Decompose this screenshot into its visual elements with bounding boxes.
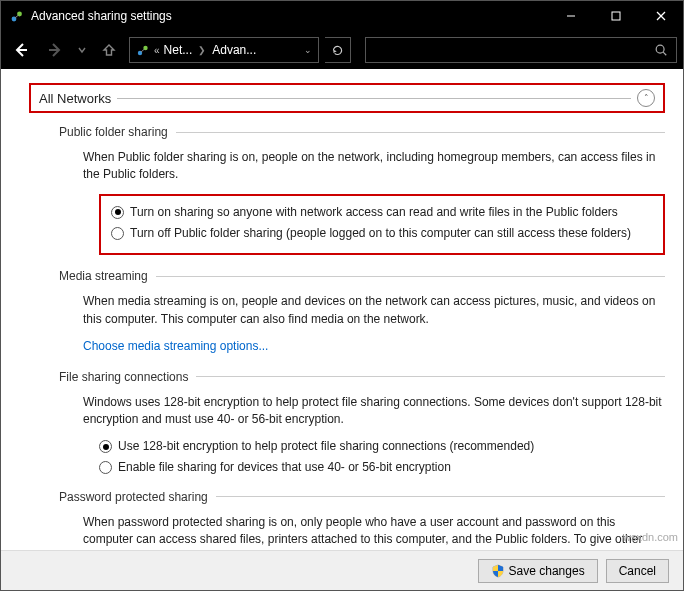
minimize-button[interactable]: [548, 1, 593, 31]
content-panel: All Networks ˄ Public folder sharing Whe…: [1, 69, 683, 550]
radio-encryption-40-56[interactable]: Enable file sharing for devices that use…: [99, 459, 665, 476]
section-media-streaming: Media streaming When media streaming is …: [59, 269, 665, 355]
radio-icon: [111, 206, 124, 219]
window-controls: [548, 1, 683, 31]
chevron-up-icon[interactable]: ˄: [637, 89, 655, 107]
titlebar: Advanced sharing settings: [1, 1, 683, 31]
window-title: Advanced sharing settings: [31, 9, 172, 23]
watermark: wsxdn.com: [623, 531, 678, 543]
svg-line-13: [663, 52, 666, 55]
breadcrumb[interactable]: « Net... ❯ Advan... ⌄: [129, 37, 319, 63]
svg-point-12: [656, 45, 664, 53]
accordion-all-networks[interactable]: All Networks ˄: [29, 83, 665, 113]
file-sharing-options: Use 128-bit encryption to help protect f…: [99, 438, 665, 476]
radio-icon: [111, 227, 124, 240]
svg-line-2: [15, 15, 19, 18]
section-title: File sharing connections: [59, 370, 188, 384]
breadcrumb-part-2[interactable]: Advan...: [212, 43, 256, 57]
breadcrumb-part-1[interactable]: Net...: [164, 43, 193, 57]
nav-back-button[interactable]: [7, 36, 35, 64]
navbar: « Net... ❯ Advan... ⌄: [1, 31, 683, 69]
save-changes-button[interactable]: Save changes: [478, 559, 598, 583]
accordion-title: All Networks: [39, 91, 111, 106]
footer: Save changes Cancel: [1, 550, 683, 590]
window-frame: Advanced sharing settings: [0, 0, 684, 591]
section-description: When Public folder sharing is on, people…: [83, 149, 665, 184]
close-button[interactable]: [638, 1, 683, 31]
svg-line-11: [141, 49, 145, 52]
search-icon: [654, 43, 668, 57]
section-description: Windows uses 128-bit encryption to help …: [83, 394, 665, 429]
nav-up-button[interactable]: [95, 36, 123, 64]
shield-icon: [491, 564, 505, 578]
radio-encryption-128[interactable]: Use 128-bit encryption to help protect f…: [99, 438, 665, 455]
cancel-button[interactable]: Cancel: [606, 559, 669, 583]
section-title: Password protected sharing: [59, 490, 208, 504]
section-password-protected-sharing: Password protected sharing When password…: [59, 490, 665, 550]
nav-recent-button[interactable]: [75, 36, 89, 64]
network-icon: [9, 8, 25, 24]
section-public-folder-sharing: Public folder sharing When Public folder…: [59, 125, 665, 255]
radio-public-sharing-on[interactable]: Turn on sharing so anyone with network a…: [111, 204, 653, 221]
section-description: When password protected sharing is on, o…: [83, 514, 665, 550]
public-folder-options: Turn on sharing so anyone with network a…: [99, 194, 665, 256]
radio-public-sharing-off[interactable]: Turn off Public folder sharing (people l…: [111, 225, 653, 242]
section-file-sharing-connections: File sharing connections Windows uses 12…: [59, 370, 665, 476]
section-description: When media streaming is on, people and d…: [83, 293, 665, 328]
radio-icon: [99, 461, 112, 474]
radio-icon: [99, 440, 112, 453]
media-streaming-options-link[interactable]: Choose media streaming options...: [83, 339, 268, 353]
search-input[interactable]: [365, 37, 677, 63]
chevron-right-icon: ❯: [198, 45, 206, 55]
maximize-button[interactable]: [593, 1, 638, 31]
nav-forward-button[interactable]: [41, 36, 69, 64]
network-icon: [136, 43, 150, 57]
chevron-down-icon[interactable]: ⌄: [304, 45, 312, 55]
section-title: Public folder sharing: [59, 125, 168, 139]
section-title: Media streaming: [59, 269, 148, 283]
svg-rect-4: [612, 12, 620, 20]
refresh-button[interactable]: [325, 37, 351, 63]
